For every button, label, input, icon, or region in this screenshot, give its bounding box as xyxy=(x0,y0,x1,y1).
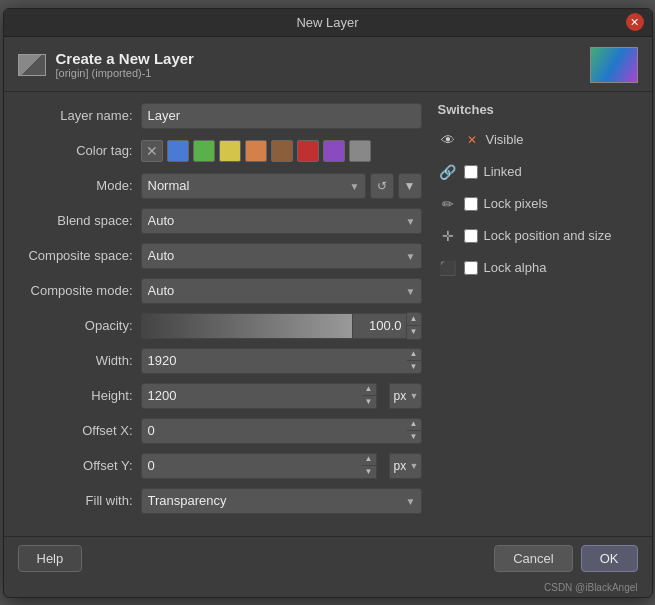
offset-y-unit-wrap: px ▼ xyxy=(389,453,422,479)
lock-position-checkbox[interactable] xyxy=(464,229,478,243)
mode-select[interactable]: Normal xyxy=(141,173,366,199)
height-up-button[interactable]: ▲ xyxy=(362,384,376,396)
opacity-spinners: ▲ ▼ xyxy=(407,312,422,340)
offset-y-unit-select[interactable]: px xyxy=(389,453,422,479)
ok-button[interactable]: OK xyxy=(581,545,638,572)
header-title: Create a New Layer xyxy=(56,50,194,67)
blend-space-select[interactable]: Auto xyxy=(141,208,422,234)
dialog-body: Layer name: Color tag: ✕ xyxy=(4,92,652,536)
mode-select-wrap: Normal ▼ xyxy=(141,173,366,199)
fill-with-select-wrap: Transparency ▼ xyxy=(141,488,422,514)
opacity-label: Opacity: xyxy=(18,318,133,333)
width-input[interactable] xyxy=(141,348,407,374)
color-tag-green[interactable] xyxy=(193,140,215,162)
mode-extra-button[interactable]: ▼ xyxy=(398,173,422,199)
offset-x-row: Offset X: ▲ ▼ xyxy=(18,417,422,445)
dialog-header: Create a New Layer [origin] (imported)-1 xyxy=(4,37,652,92)
color-tag-red[interactable] xyxy=(297,140,319,162)
height-down-button[interactable]: ▼ xyxy=(362,396,376,408)
link-icon: 🔗 xyxy=(438,162,458,182)
blend-space-select-wrap: Auto ▼ xyxy=(141,208,422,234)
lock-position-label: Lock position and size xyxy=(484,228,612,243)
opacity-up-button[interactable]: ▲ xyxy=(407,313,421,326)
opacity-row: Opacity: ▲ ▼ xyxy=(18,312,422,340)
fill-with-label: Fill with: xyxy=(18,493,133,508)
composite-mode-select[interactable]: Auto xyxy=(141,278,422,304)
footer-right: Cancel OK xyxy=(494,545,637,572)
offset-y-input-wrap: ▲ ▼ xyxy=(141,453,377,479)
blend-space-label: Blend space: xyxy=(18,213,133,228)
eye-icon: 👁 xyxy=(438,130,458,150)
width-spinners: ▲ ▼ xyxy=(407,348,422,374)
visible-switch-row: 👁 ✕ Visible xyxy=(438,127,638,153)
offset-x-down-button[interactable]: ▼ xyxy=(407,431,421,443)
layer-name-row: Layer name: xyxy=(18,102,422,130)
width-down-button[interactable]: ▼ xyxy=(407,361,421,373)
height-unit-select[interactable]: px xyxy=(389,383,422,409)
color-tag-yellow[interactable] xyxy=(219,140,241,162)
composite-mode-label: Composite mode: xyxy=(18,283,133,298)
offset-y-up-button[interactable]: ▲ xyxy=(362,454,376,466)
composite-space-select[interactable]: Auto xyxy=(141,243,422,269)
width-row: Width: ▲ ▼ xyxy=(18,347,422,375)
offset-x-up-button[interactable]: ▲ xyxy=(407,419,421,431)
lock-alpha-checkbox[interactable] xyxy=(464,261,478,275)
offset-y-down-button[interactable]: ▼ xyxy=(362,466,376,478)
mode-reset-button[interactable]: ↺ xyxy=(370,173,394,199)
mode-label: Mode: xyxy=(18,178,133,193)
layer-name-label: Layer name: xyxy=(18,108,133,123)
left-panel: Layer name: Color tag: ✕ xyxy=(18,102,422,526)
opacity-down-button[interactable]: ▼ xyxy=(407,326,421,339)
color-tag-blue[interactable] xyxy=(167,140,189,162)
lock-alpha-row: ⬛ Lock alpha xyxy=(438,255,638,281)
lock-position-icon: ✛ xyxy=(438,226,458,246)
lock-position-row: ✛ Lock position and size xyxy=(438,223,638,249)
color-tag-brown[interactable] xyxy=(271,140,293,162)
color-tag-orange[interactable] xyxy=(245,140,267,162)
color-tag-gray[interactable] xyxy=(349,140,371,162)
lock-alpha-icon: ⬛ xyxy=(438,258,458,278)
help-button[interactable]: Help xyxy=(18,545,83,572)
height-spinners: ▲ ▼ xyxy=(362,383,377,409)
close-button[interactable]: ✕ xyxy=(626,13,644,31)
mode-controls: Normal ▼ ↺ ▼ xyxy=(141,173,422,199)
offset-y-input[interactable] xyxy=(141,453,362,479)
offset-y-row: Offset Y: ▲ ▼ px ▼ xyxy=(18,452,422,480)
offset-x-input[interactable] xyxy=(141,418,407,444)
thumbnail xyxy=(590,47,638,83)
offset-y-spinners: ▲ ▼ xyxy=(362,453,377,479)
offset-y-label: Offset Y: xyxy=(18,458,133,473)
height-unit-wrap: px ▼ xyxy=(389,383,422,409)
offset-x-input-wrap: ▲ ▼ xyxy=(141,418,422,444)
height-input-wrap: ▲ ▼ xyxy=(141,383,377,409)
opacity-track[interactable] xyxy=(141,313,352,339)
lock-pixels-checkbox[interactable] xyxy=(464,197,478,211)
height-input[interactable] xyxy=(141,383,362,409)
height-label: Height: xyxy=(18,388,133,403)
color-tag-none[interactable]: ✕ xyxy=(141,140,163,162)
lock-pixels-row: ✏ Lock pixels xyxy=(438,191,638,217)
cancel-button[interactable]: Cancel xyxy=(494,545,572,572)
visible-label: Visible xyxy=(486,132,524,147)
lock-pixels-icon: ✏ xyxy=(438,194,458,214)
opacity-input[interactable] xyxy=(352,313,407,339)
dialog-title: New Layer xyxy=(296,15,358,30)
linked-switch-row: 🔗 Linked xyxy=(438,159,638,185)
color-tag-purple[interactable] xyxy=(323,140,345,162)
linked-checkbox[interactable] xyxy=(464,165,478,179)
composite-space-row: Composite space: Auto ▼ xyxy=(18,242,422,270)
color-tag-row: Color tag: ✕ xyxy=(18,137,422,165)
width-up-button[interactable]: ▲ xyxy=(407,349,421,361)
header-text-group: Create a New Layer [origin] (imported)-1 xyxy=(56,50,194,79)
mode-row: Mode: Normal ▼ ↺ ▼ xyxy=(18,172,422,200)
composite-mode-row: Composite mode: Auto ▼ xyxy=(18,277,422,305)
switches-title: Switches xyxy=(438,102,638,117)
fill-with-select[interactable]: Transparency xyxy=(141,488,422,514)
composite-space-label: Composite space: xyxy=(18,248,133,263)
composite-space-select-wrap: Auto ▼ xyxy=(141,243,422,269)
layer-name-input[interactable] xyxy=(141,103,422,129)
width-label: Width: xyxy=(18,353,133,368)
linked-label: Linked xyxy=(484,164,522,179)
header-subtitle: [origin] (imported)-1 xyxy=(56,67,194,79)
right-panel: Switches 👁 ✕ Visible 🔗 Linked ✏ Lock pix… xyxy=(438,102,638,526)
